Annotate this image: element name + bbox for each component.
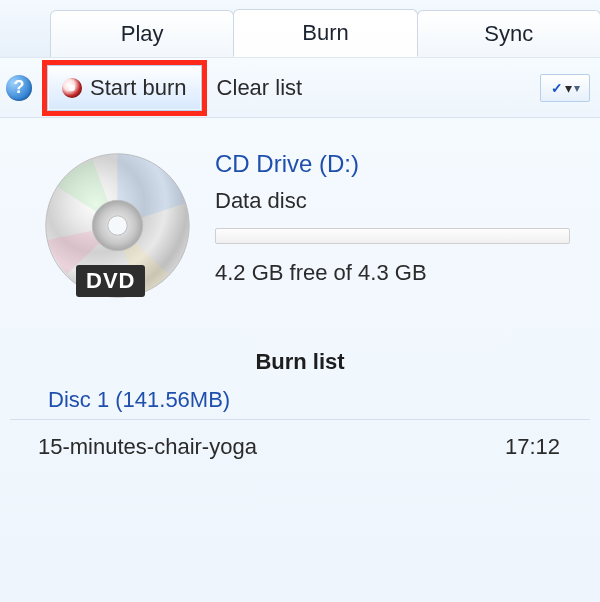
dvd-disc-icon: DVD xyxy=(40,148,195,303)
burn-disc-icon xyxy=(62,78,82,98)
capacity-label: 4.2 GB free of 4.3 GB xyxy=(215,260,570,286)
drive-title: CD Drive (D:) xyxy=(215,150,570,178)
drive-panel: DVD CD Drive (D:) Data disc 4.2 GB free … xyxy=(0,118,600,333)
start-burn-label: Start burn xyxy=(90,75,187,101)
drive-type-label: Data disc xyxy=(215,188,570,214)
tab-label: Burn xyxy=(302,20,348,46)
disc-group-label: Disc 1 (141.56MB) xyxy=(10,387,590,420)
drive-info: CD Drive (D:) Data disc 4.2 GB free of 4… xyxy=(215,148,570,286)
help-icon[interactable]: ? xyxy=(6,75,32,101)
tab-label: Sync xyxy=(484,21,533,47)
capacity-bar xyxy=(215,228,570,244)
dvd-badge: DVD xyxy=(76,265,145,297)
clear-list-button[interactable]: Clear list xyxy=(217,75,303,101)
tab-sync[interactable]: Sync xyxy=(417,10,600,57)
chevron-down-icon: ▾ xyxy=(574,81,580,95)
toolbar: ? Start burn Clear list ✓ ▾ ▾ xyxy=(0,58,600,118)
highlight-annotation: Start burn xyxy=(42,60,207,116)
list-item[interactable]: 15-minutes-chair-yoga 17:12 xyxy=(0,430,600,464)
tab-label: Play xyxy=(121,21,164,47)
checkmark-icon: ✓ xyxy=(551,80,563,96)
start-burn-button[interactable]: Start burn xyxy=(47,65,202,111)
burn-list-header: Burn list xyxy=(0,333,600,387)
track-name: 15-minutes-chair-yoga xyxy=(38,434,257,460)
tab-play[interactable]: Play xyxy=(50,10,234,57)
clear-list-label: Clear list xyxy=(217,75,303,100)
tab-burn[interactable]: Burn xyxy=(233,9,417,57)
chevron-down-icon: ▾ xyxy=(565,80,572,96)
list-options-button[interactable]: ✓ ▾ ▾ xyxy=(540,74,590,102)
tab-bar: Play Burn Sync xyxy=(0,0,600,58)
track-duration: 17:12 xyxy=(505,434,560,460)
svg-point-2 xyxy=(108,216,127,235)
